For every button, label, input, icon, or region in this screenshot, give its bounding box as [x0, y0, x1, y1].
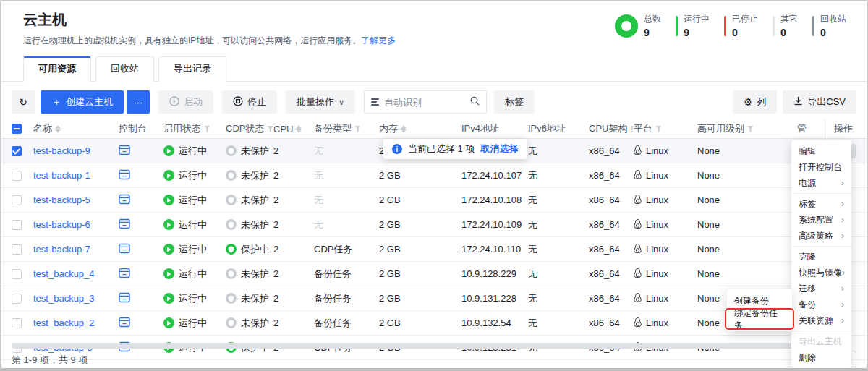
column-header-3[interactable]: 启用状态 — [163, 122, 226, 135]
context-menu-item-编辑[interactable]: 编辑 — [791, 143, 851, 159]
search-input[interactable] — [384, 97, 465, 108]
host-name-link[interactable]: test_backup_4 — [33, 268, 95, 279]
stat-stopped-value: 0 — [732, 27, 758, 38]
context-menu-item-克隆[interactable]: 克隆 — [791, 249, 851, 265]
column-header-label: 内存 — [379, 122, 398, 135]
ha-level-cell: None — [697, 244, 797, 255]
host-name-link[interactable]: test-backup-5 — [33, 195, 90, 205]
refresh-button[interactable]: ↻ — [12, 90, 35, 114]
filter-funnel-icon[interactable] — [747, 126, 754, 132]
filter-funnel-icon[interactable] — [354, 126, 361, 132]
console-icon[interactable] — [119, 145, 130, 158]
platform-value: Linux — [646, 293, 668, 304]
cpu-cell: 2 — [273, 268, 314, 279]
create-host-button[interactable]: ＋ 创建云主机 — [41, 90, 124, 114]
filter-funnel-icon[interactable] — [267, 126, 273, 132]
console-icon[interactable] — [119, 169, 130, 182]
host-name-link[interactable]: test_backup_3 — [33, 293, 95, 304]
row-checkbox[interactable] — [12, 244, 22, 255]
column-header-12[interactable]: 高可用级别 — [697, 122, 797, 135]
create-more-button[interactable]: ··· — [127, 90, 150, 114]
column-header-10[interactable]: CPU架构 — [589, 122, 634, 135]
column-header-11[interactable]: 平台 — [634, 122, 697, 135]
ipv4-cell: 172.24.10.108 — [461, 195, 528, 205]
ipv6-cell: 无 — [528, 268, 589, 281]
status-text: 运行中 — [179, 169, 207, 182]
column-header-7[interactable]: 内存 — [379, 122, 461, 135]
filter-funnel-icon[interactable] — [655, 126, 662, 132]
console-icon[interactable] — [119, 243, 130, 256]
column-header-2[interactable]: 控制台 — [119, 122, 163, 135]
tag-button[interactable]: 标签 — [494, 90, 535, 114]
filter-funnel-icon[interactable] — [204, 126, 210, 132]
memory-value: 2 GB — [379, 170, 401, 181]
host-name-link[interactable]: test-backup-7 — [33, 244, 90, 255]
context-menu-item-备份[interactable]: 备份 › — [791, 297, 851, 312]
search-box[interactable] — [364, 90, 487, 114]
column-header-5[interactable]: CPU — [273, 124, 314, 135]
export-csv-button[interactable]: 导出CSV — [783, 90, 856, 114]
column-header-1[interactable]: 名称 — [33, 122, 119, 135]
console-icon[interactable] — [119, 292, 130, 305]
linux-penguin-icon — [634, 293, 642, 304]
sort-icon[interactable] — [55, 125, 61, 133]
column-header-6[interactable]: 备份类型 — [314, 122, 379, 135]
console-icon[interactable] — [119, 194, 130, 207]
context-menu-item-label: 打开控制台 — [799, 161, 842, 174]
start-button[interactable]: 启动 — [158, 90, 213, 114]
deselect-link[interactable]: 取消选择 — [480, 142, 518, 155]
column-header-4[interactable]: CDP状态 — [226, 122, 273, 135]
context-menu-item-标签[interactable]: 标签 › — [791, 196, 851, 212]
batch-operations-button[interactable]: 批量操作 ∨ — [286, 90, 355, 114]
context-menu-item-系统配置[interactable]: 系统配置 › — [791, 212, 851, 228]
context-menu-item-电源[interactable]: 电源 › — [791, 175, 851, 191]
context-menu-item-打开控制台[interactable]: 打开控制台 — [791, 159, 851, 175]
console-icon[interactable] — [119, 317, 130, 330]
column-header-9[interactable]: IPv6地址 — [528, 122, 589, 135]
name-cell: test-backup-6 — [33, 219, 119, 230]
row-checkbox[interactable] — [12, 294, 22, 304]
host-name-link[interactable]: test-backup-1 — [33, 170, 90, 181]
context-menu-item-高级策略[interactable]: 高级策略 › — [791, 228, 851, 244]
menu-item-bind-backup-task[interactable]: 绑定备份任务 — [727, 310, 792, 328]
cpu-arch-cell: x86_64 — [589, 268, 634, 279]
host-name-link[interactable]: test_backup_2 — [33, 317, 95, 328]
ipv6-cell: 无 — [528, 218, 589, 231]
horizontal-scrollbar[interactable] — [12, 343, 820, 349]
columns-button[interactable]: ⚙ 列 — [733, 90, 778, 114]
console-icon[interactable] — [119, 268, 130, 281]
select-all-checkbox[interactable] — [12, 124, 22, 134]
row-checkbox[interactable] — [12, 318, 22, 328]
tab-recycle-bin[interactable]: 回收站 — [95, 56, 154, 82]
tab-available-resources[interactable]: 可用资源 — [23, 56, 91, 82]
learn-more-link[interactable]: 了解更多 — [361, 35, 396, 46]
cdp-status-text: 未保护 — [241, 268, 269, 281]
context-menu-item-迁移[interactable]: 迁移 › — [791, 281, 851, 297]
host-name-link[interactable]: test-backup-6 — [33, 219, 90, 230]
row-checkbox[interactable] — [12, 146, 22, 156]
sort-icon[interactable] — [401, 125, 407, 133]
stop-button[interactable]: 停止 — [222, 90, 277, 114]
row-checkbox[interactable] — [12, 195, 22, 205]
row-checkbox[interactable] — [12, 220, 22, 230]
row-checkbox[interactable] — [12, 269, 22, 279]
column-header-13[interactable]: 管 — [797, 122, 825, 135]
ipv6-value: 无 — [528, 145, 537, 158]
context-menu-item-快照与镜像[interactable]: 快照与镜像 › — [791, 265, 851, 281]
sort-icon[interactable] — [296, 125, 302, 133]
stat-running-value: 9 — [684, 27, 710, 38]
ha-level-value: None — [697, 170, 720, 181]
status-running-icon — [163, 293, 174, 304]
memory-cell: 2 GB — [379, 195, 461, 205]
row-checkbox[interactable] — [12, 171, 22, 181]
tab-export-records[interactable]: 导出记录 — [158, 56, 226, 82]
column-header-8[interactable]: IPv4地址 — [461, 122, 528, 135]
cpu-cell: 2 — [273, 317, 314, 328]
chevron-down-icon: ∨ — [339, 98, 344, 106]
ipv4-value: 172.24.10.108 — [461, 195, 522, 205]
context-menu-item-关联资源[interactable]: 关联资源 › — [791, 312, 851, 328]
host-name-link[interactable]: test-backup-9 — [33, 145, 90, 156]
console-icon[interactable] — [119, 218, 130, 231]
context-menu-item-删除[interactable]: 删除 — [791, 349, 851, 365]
context-menu-item-导出云主机[interactable]: 导出云主机 — [791, 333, 851, 349]
